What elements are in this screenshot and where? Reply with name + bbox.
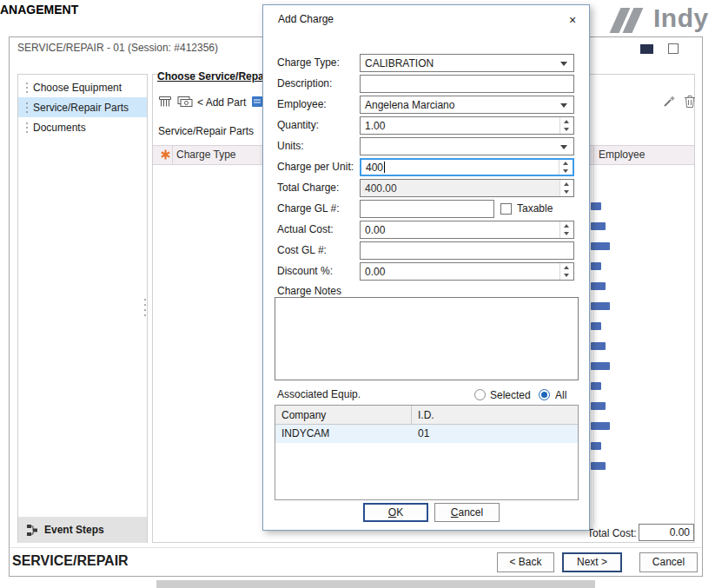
obscured-row-text — [591, 382, 601, 390]
employee-combobox[interactable]: Angelena Marciano — [360, 96, 574, 114]
footer-divider — [10, 547, 702, 548]
spinner-up-icon[interactable] — [560, 180, 573, 188]
obscured-row-text — [591, 302, 610, 310]
total-cost-label: Total Cost: — [587, 527, 637, 539]
add-charge-dialog: Add Charge × Charge Type: CALIBRATION De… — [262, 4, 590, 531]
footer-title: SERVICE/REPAIR — [12, 553, 129, 569]
chevron-down-icon — [560, 145, 567, 149]
wizard-cancel-button[interactable]: Cancel — [639, 552, 698, 572]
charge-type-label: Charge Type: — [277, 54, 340, 72]
spinner-up-icon[interactable] — [560, 117, 573, 126]
radio-selected[interactable] — [474, 389, 486, 400]
dialog-cancel-button[interactable]: Cancel — [434, 503, 500, 522]
charge-per-unit-value: 400 — [366, 162, 383, 174]
window-title: SERVICE/REPAIR - 01 (Session: #412356) — [17, 42, 218, 54]
chevron-down-icon — [560, 62, 567, 66]
sidebar-item-label: Choose Equipment — [33, 82, 122, 94]
spinner-buttons[interactable] — [559, 180, 573, 196]
actual-cost-value: 0.00 — [365, 224, 385, 236]
actual-cost-stepper[interactable]: 0.00 — [360, 221, 574, 239]
obscured-row-text — [591, 202, 601, 210]
obscured-row-text — [591, 442, 601, 450]
associated-equip-table: Company I.D. INDYCAM 01 — [275, 405, 579, 500]
event-steps-icon — [27, 525, 38, 536]
column-header-employee: Employee — [599, 145, 645, 165]
equip-id-cell: 01 — [412, 425, 578, 443]
spinner-buttons[interactable] — [559, 263, 573, 280]
event-steps-label: Event Steps — [44, 524, 104, 536]
obscured-row-text — [591, 422, 610, 430]
back-button[interactable]: < Back — [497, 552, 554, 572]
obscured-grid-rows — [591, 202, 610, 482]
spinner-up-icon[interactable] — [560, 263, 573, 272]
taxable-label: Taxable — [517, 200, 553, 218]
spinner-down-icon[interactable] — [560, 188, 573, 197]
spinner-buttons[interactable] — [559, 117, 573, 134]
panel-splitter-handle[interactable] — [144, 297, 146, 318]
spinner-up-icon[interactable] — [559, 160, 572, 168]
sidebar-item-documents[interactable]: Documents — [18, 117, 147, 137]
charge-type-value: CALIBRATION — [365, 57, 434, 69]
sidebar-item-choose-equipment[interactable]: Choose Equipment — [18, 77, 147, 97]
background-window-title: ANAGEMENT — [0, 3, 78, 17]
trash-icon[interactable] — [684, 94, 696, 109]
spinner-buttons[interactable] — [559, 221, 573, 238]
equip-column-company: Company — [275, 406, 412, 424]
sidebar-item-service-repair-parts[interactable]: Service/Repair Parts — [18, 97, 147, 117]
taxable-checkbox[interactable] — [500, 203, 512, 215]
actual-cost-label: Actual Cost: — [277, 221, 334, 239]
radio-all[interactable] — [539, 389, 550, 400]
spinner-buttons[interactable] — [559, 160, 572, 175]
obscured-row-text — [591, 342, 606, 350]
close-icon[interactable]: × — [562, 11, 583, 29]
description-label: Description: — [277, 75, 332, 93]
add-part-button[interactable]: < Add Part — [197, 96, 246, 109]
column-divider — [172, 145, 173, 165]
asterisk-icon — [160, 149, 171, 161]
total-cost-field[interactable]: 0.00 — [639, 524, 694, 541]
minimize-icon[interactable] — [640, 44, 653, 54]
equip-table-header: Company I.D. — [275, 406, 578, 425]
money-icon[interactable] — [177, 96, 193, 109]
ok-button[interactable]: OK — [363, 503, 428, 522]
total-charge-value: 400.00 — [365, 182, 397, 195]
charge-gl-field[interactable] — [360, 200, 494, 218]
wand-icon[interactable] — [662, 94, 677, 109]
cancel-button-label: Cancel — [435, 504, 499, 521]
next-button[interactable]: Next > — [562, 552, 622, 572]
cost-gl-field[interactable] — [360, 241, 574, 260]
charge-notes-textarea[interactable] — [275, 297, 579, 380]
equip-table-row[interactable]: INDYCAM 01 — [275, 425, 578, 443]
total-charge-stepper: 400.00 — [360, 179, 574, 197]
units-combobox[interactable] — [360, 137, 574, 155]
maximize-icon[interactable] — [668, 43, 679, 54]
column-header-charge-type: Charge Type — [176, 145, 236, 165]
spinner-up-icon[interactable] — [560, 221, 573, 230]
tab-service-repair-parts[interactable]: Service/Repair Parts — [158, 125, 254, 137]
charge-gl-label: Charge GL #: — [277, 200, 340, 218]
description-field[interactable] — [360, 75, 574, 93]
spinner-down-icon[interactable] — [560, 272, 573, 281]
grip-dots-icon — [26, 101, 28, 114]
spinner-down-icon[interactable] — [559, 168, 572, 175]
spinner-down-icon[interactable] — [560, 126, 573, 135]
event-steps-button[interactable]: Event Steps — [18, 517, 147, 543]
chevron-down-icon — [560, 103, 567, 108]
column-divider — [593, 145, 594, 165]
grip-dots-icon — [26, 81, 28, 94]
charge-type-combobox[interactable]: CALIBRATION — [360, 54, 574, 72]
spinner-down-icon[interactable] — [560, 230, 573, 239]
tag-printer-icon[interactable] — [158, 95, 172, 109]
sidebar-item-label: Service/Repair Parts — [33, 102, 129, 114]
sidebar-item-label: Documents — [33, 122, 86, 134]
associated-equip-label: Associated Equip. — [277, 388, 361, 400]
box-icon[interactable] — [251, 95, 263, 109]
cost-gl-label: Cost GL #: — [277, 241, 327, 260]
units-label: Units: — [277, 137, 304, 155]
discount-stepper[interactable]: 0.00 — [360, 262, 574, 281]
charge-per-unit-stepper[interactable]: 400 — [360, 158, 574, 176]
quantity-label: Quantity: — [277, 116, 319, 135]
obscured-row-text — [591, 282, 606, 290]
total-charge-label: Total Charge: — [277, 179, 339, 197]
quantity-stepper[interactable]: 1.00 — [360, 116, 574, 135]
